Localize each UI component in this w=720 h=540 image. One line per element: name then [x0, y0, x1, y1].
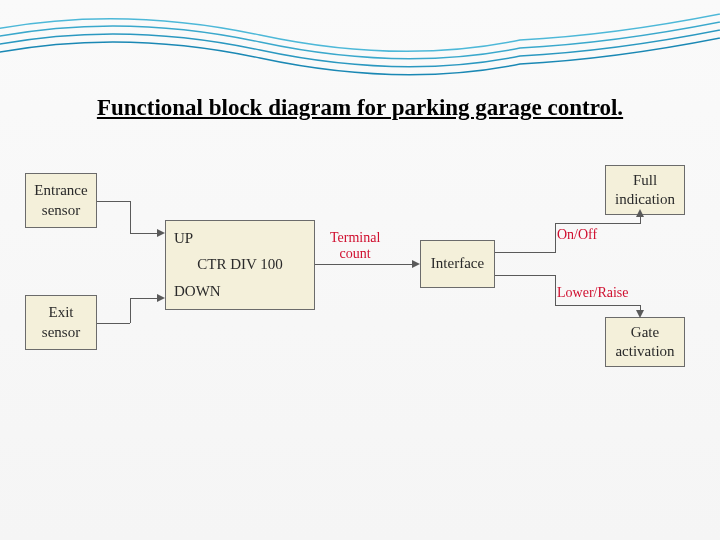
connector — [495, 252, 555, 253]
connector — [555, 305, 640, 306]
arrow-icon — [157, 294, 165, 302]
connector — [315, 264, 413, 265]
arrow-icon — [636, 310, 644, 318]
connector — [555, 223, 640, 224]
connector — [130, 298, 131, 323]
label-on-off: On/Off — [557, 227, 597, 243]
arrow-icon — [157, 229, 165, 237]
block-label: Interface — [431, 254, 484, 274]
connector — [495, 275, 555, 276]
block-full-indication: Full indication — [605, 165, 685, 215]
block-gate-activation: Gate activation — [605, 317, 685, 367]
page-title: Functional block diagram for parking gar… — [97, 95, 623, 121]
wave-decoration — [0, 0, 720, 90]
ctr-down-label: DOWN — [174, 282, 221, 302]
ctr-center-label: CTR DIV 100 — [197, 255, 283, 275]
arrow-icon — [412, 260, 420, 268]
block-interface: Interface — [420, 240, 495, 288]
ctr-up-label: UP — [174, 229, 193, 249]
block-label: Exit sensor — [42, 303, 80, 342]
connector — [555, 223, 556, 253]
block-label: Entrance sensor — [34, 181, 87, 220]
connector — [97, 323, 130, 324]
connector — [130, 233, 158, 234]
arrow-icon — [636, 209, 644, 217]
block-ctr-div-100: UP CTR DIV 100 DOWN — [165, 220, 315, 310]
block-diagram: Entrance sensor Exit sensor UP CTR DIV 1… — [25, 165, 695, 405]
block-label: Gate activation — [615, 323, 674, 362]
label-lower-raise: Lower/Raise — [557, 285, 629, 301]
block-entrance-sensor: Entrance sensor — [25, 173, 97, 228]
connector — [130, 298, 158, 299]
label-terminal-count: Terminal count — [330, 230, 380, 262]
connector — [97, 201, 130, 202]
block-label: Full indication — [615, 171, 675, 210]
block-exit-sensor: Exit sensor — [25, 295, 97, 350]
connector — [555, 275, 556, 305]
connector — [130, 201, 131, 233]
